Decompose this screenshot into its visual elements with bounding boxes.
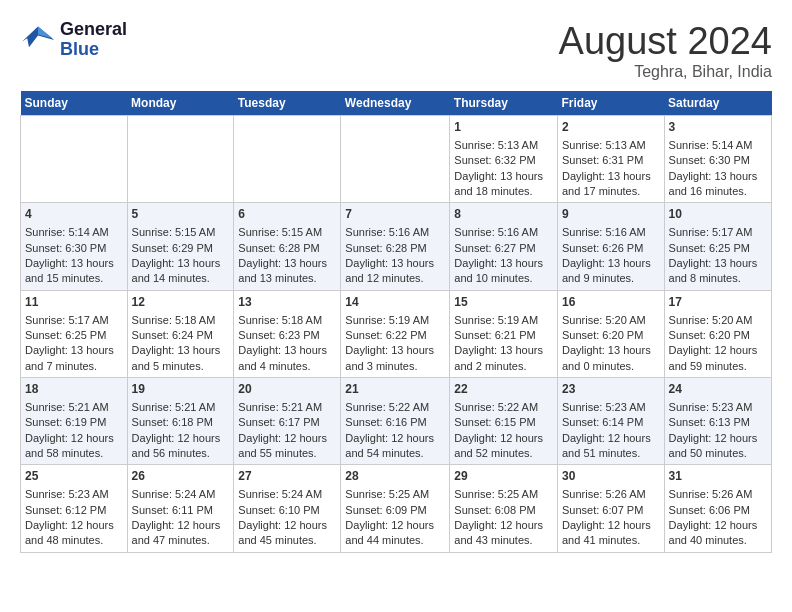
day-info: Daylight: 12 hours [562,431,660,446]
logo-line1: General [60,20,127,40]
calendar-cell: 23Sunrise: 5:23 AMSunset: 6:14 PMDayligh… [557,378,664,465]
day-info: and 51 minutes. [562,446,660,461]
day-info: Sunrise: 5:14 AM [669,138,767,153]
calendar-table: SundayMondayTuesdayWednesdayThursdayFrid… [20,91,772,553]
calendar-cell: 30Sunrise: 5:26 AMSunset: 6:07 PMDayligh… [557,465,664,552]
day-info: Sunrise: 5:15 AM [132,225,230,240]
day-info: Sunset: 6:31 PM [562,153,660,168]
day-info: Sunrise: 5:17 AM [669,225,767,240]
day-info: Daylight: 12 hours [454,518,553,533]
day-info: Daylight: 13 hours [669,169,767,184]
day-number: 21 [345,381,445,398]
logo-line2: Blue [60,40,127,60]
day-info: Sunset: 6:28 PM [345,241,445,256]
day-info: Sunrise: 5:16 AM [562,225,660,240]
calendar-cell: 19Sunrise: 5:21 AMSunset: 6:18 PMDayligh… [127,378,234,465]
calendar-cell [234,116,341,203]
day-info: Sunset: 6:22 PM [345,328,445,343]
day-info: Sunset: 6:25 PM [669,241,767,256]
location-subtitle: Teghra, Bihar, India [559,63,772,81]
day-number: 3 [669,119,767,136]
day-number: 10 [669,206,767,223]
day-info: Sunset: 6:10 PM [238,503,336,518]
day-number: 20 [238,381,336,398]
day-info: and 40 minutes. [669,533,767,548]
title-block: August 2024 Teghra, Bihar, India [559,20,772,81]
calendar-day-header: Tuesday [234,91,341,116]
calendar-cell: 4Sunrise: 5:14 AMSunset: 6:30 PMDaylight… [21,203,128,290]
day-info: Daylight: 12 hours [25,518,123,533]
day-info: Sunset: 6:21 PM [454,328,553,343]
calendar-day-header: Sunday [21,91,128,116]
day-info: and 58 minutes. [25,446,123,461]
day-number: 7 [345,206,445,223]
day-info: and 18 minutes. [454,184,553,199]
calendar-cell: 2Sunrise: 5:13 AMSunset: 6:31 PMDaylight… [557,116,664,203]
day-info: Daylight: 13 hours [562,169,660,184]
day-info: Daylight: 13 hours [454,169,553,184]
day-info: Sunset: 6:27 PM [454,241,553,256]
day-info: Daylight: 13 hours [562,256,660,271]
day-number: 8 [454,206,553,223]
day-info: and 59 minutes. [669,359,767,374]
calendar-cell: 9Sunrise: 5:16 AMSunset: 6:26 PMDaylight… [557,203,664,290]
day-number: 17 [669,294,767,311]
calendar-cell: 15Sunrise: 5:19 AMSunset: 6:21 PMDayligh… [450,290,558,377]
day-info: and 52 minutes. [454,446,553,461]
calendar-cell: 11Sunrise: 5:17 AMSunset: 6:25 PMDayligh… [21,290,128,377]
day-info: Sunset: 6:08 PM [454,503,553,518]
day-number: 4 [25,206,123,223]
day-info: and 44 minutes. [345,533,445,548]
day-info: and 2 minutes. [454,359,553,374]
day-info: Sunset: 6:19 PM [25,415,123,430]
calendar-cell: 31Sunrise: 5:26 AMSunset: 6:06 PMDayligh… [664,465,771,552]
day-info: Daylight: 13 hours [454,256,553,271]
day-info: Daylight: 13 hours [132,343,230,358]
day-number: 26 [132,468,230,485]
calendar-week-row: 1Sunrise: 5:13 AMSunset: 6:32 PMDaylight… [21,116,772,203]
day-number: 25 [25,468,123,485]
day-info: Daylight: 12 hours [345,518,445,533]
day-info: Sunset: 6:26 PM [562,241,660,256]
calendar-header-row: SundayMondayTuesdayWednesdayThursdayFrid… [21,91,772,116]
day-info: Sunset: 6:15 PM [454,415,553,430]
day-info: Sunset: 6:30 PM [25,241,123,256]
calendar-cell: 29Sunrise: 5:25 AMSunset: 6:08 PMDayligh… [450,465,558,552]
day-info: Sunrise: 5:21 AM [238,400,336,415]
day-info: Daylight: 13 hours [25,256,123,271]
day-number: 24 [669,381,767,398]
calendar-cell: 16Sunrise: 5:20 AMSunset: 6:20 PMDayligh… [557,290,664,377]
day-info: Sunset: 6:28 PM [238,241,336,256]
day-info: Daylight: 13 hours [345,343,445,358]
calendar-day-header: Thursday [450,91,558,116]
day-info: Sunset: 6:16 PM [345,415,445,430]
calendar-cell: 27Sunrise: 5:24 AMSunset: 6:10 PMDayligh… [234,465,341,552]
day-info: Daylight: 12 hours [562,518,660,533]
day-info: Sunrise: 5:16 AM [454,225,553,240]
day-info: Sunset: 6:09 PM [345,503,445,518]
day-info: Daylight: 13 hours [238,256,336,271]
day-info: and 17 minutes. [562,184,660,199]
day-info: Sunrise: 5:18 AM [238,313,336,328]
day-info: and 13 minutes. [238,271,336,286]
calendar-cell [21,116,128,203]
day-info: Sunrise: 5:23 AM [25,487,123,502]
page-header: General Blue August 2024 Teghra, Bihar, … [20,20,772,81]
day-info: Sunrise: 5:15 AM [238,225,336,240]
day-info: and 3 minutes. [345,359,445,374]
day-info: and 16 minutes. [669,184,767,199]
day-info: Daylight: 13 hours [454,343,553,358]
day-info: Sunrise: 5:24 AM [132,487,230,502]
day-info: Sunset: 6:17 PM [238,415,336,430]
day-info: and 54 minutes. [345,446,445,461]
day-info: Daylight: 12 hours [238,431,336,446]
calendar-day-header: Saturday [664,91,771,116]
calendar-cell: 20Sunrise: 5:21 AMSunset: 6:17 PMDayligh… [234,378,341,465]
day-info: Sunset: 6:30 PM [669,153,767,168]
day-number: 19 [132,381,230,398]
day-info: Sunset: 6:20 PM [562,328,660,343]
day-info: Sunrise: 5:26 AM [669,487,767,502]
day-info: and 15 minutes. [25,271,123,286]
day-info: Sunrise: 5:24 AM [238,487,336,502]
day-info: Sunrise: 5:17 AM [25,313,123,328]
